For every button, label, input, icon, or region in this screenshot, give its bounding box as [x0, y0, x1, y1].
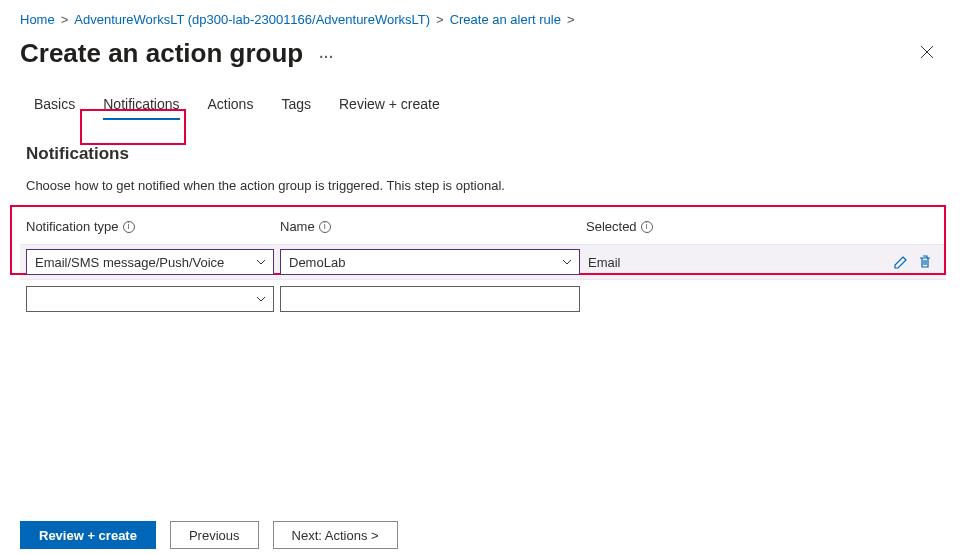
close-icon — [920, 45, 934, 59]
tab-basics[interactable]: Basics — [20, 88, 89, 122]
edit-button[interactable] — [892, 253, 910, 271]
review-create-button[interactable]: Review + create — [20, 521, 156, 549]
col-name: Name i — [280, 219, 580, 234]
chevron-down-icon — [561, 256, 573, 268]
pencil-icon — [893, 254, 909, 270]
delete-button[interactable] — [916, 253, 934, 271]
info-icon[interactable]: i — [319, 221, 331, 233]
col-label-text: Name — [280, 219, 315, 234]
notifications-form: Notification type i Name i Selected i Em… — [26, 219, 940, 312]
chevron-down-icon — [255, 256, 267, 268]
section-description: Choose how to get notified when the acti… — [26, 178, 940, 193]
notifications-section: Notifications Choose how to get notified… — [0, 122, 960, 312]
notification-type-select[interactable] — [26, 286, 274, 312]
row-actions — [846, 253, 940, 271]
selected-value: Email — [586, 255, 846, 270]
more-icon[interactable]: ··· — [319, 49, 334, 65]
chevron-right-icon: > — [567, 12, 575, 27]
tab-actions[interactable]: Actions — [194, 88, 268, 122]
breadcrumb-home[interactable]: Home — [20, 12, 55, 27]
close-button[interactable] — [914, 37, 940, 70]
notification-name-input[interactable]: DemoLab — [280, 249, 580, 275]
info-icon[interactable]: i — [641, 221, 653, 233]
tab-tags[interactable]: Tags — [267, 88, 325, 122]
col-label-text: Selected — [586, 219, 637, 234]
next-button[interactable]: Next: Actions > — [273, 521, 398, 549]
notification-type-select[interactable]: Email/SMS message/Push/Voice — [26, 249, 274, 275]
section-heading: Notifications — [26, 144, 940, 164]
trash-icon — [917, 254, 933, 270]
previous-button[interactable]: Previous — [170, 521, 259, 549]
page-title: Create an action group ··· — [20, 38, 334, 69]
col-selected: Selected i — [586, 219, 846, 234]
chevron-right-icon: > — [61, 12, 69, 27]
tabs: Basics Notifications Actions Tags Review… — [0, 88, 960, 122]
col-label-text: Notification type — [26, 219, 119, 234]
notification-row: Email/SMS message/Push/Voice DemoLab Ema… — [20, 244, 946, 280]
notification-name-input[interactable] — [280, 286, 580, 312]
breadcrumb-alert-rule[interactable]: Create an alert rule — [450, 12, 561, 27]
column-headers: Notification type i Name i Selected i — [26, 219, 940, 234]
tab-notifications[interactable]: Notifications — [89, 88, 193, 122]
notification-row — [26, 286, 940, 312]
page-header: Create an action group ··· — [0, 31, 960, 88]
col-notification-type: Notification type i — [26, 219, 274, 234]
chevron-down-icon — [255, 293, 267, 305]
dropdown-value: Email/SMS message/Push/Voice — [35, 255, 224, 270]
footer-actions: Review + create Previous Next: Actions > — [0, 521, 960, 555]
input-value: DemoLab — [289, 255, 345, 270]
breadcrumb-resource[interactable]: AdventureWorksLT (dp300-lab-23001166/Adv… — [74, 12, 430, 27]
chevron-right-icon: > — [436, 12, 444, 27]
info-icon[interactable]: i — [123, 221, 135, 233]
breadcrumb: Home > AdventureWorksLT (dp300-lab-23001… — [0, 0, 960, 31]
tab-review-create[interactable]: Review + create — [325, 88, 454, 122]
page-title-text: Create an action group — [20, 38, 303, 69]
